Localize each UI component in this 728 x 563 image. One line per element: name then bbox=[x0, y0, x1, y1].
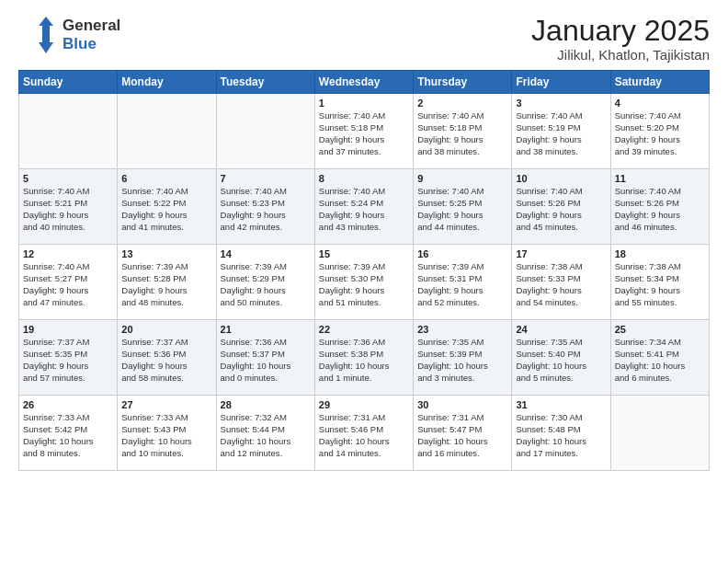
day-number: 23 bbox=[417, 324, 507, 335]
table-row: 6Sunrise: 7:40 AM Sunset: 5:22 PM Daylig… bbox=[118, 169, 216, 245]
day-number: 13 bbox=[121, 248, 211, 259]
table-row: 27Sunrise: 7:33 AM Sunset: 5:43 PM Dayli… bbox=[118, 396, 216, 471]
day-info: Sunrise: 7:36 AM Sunset: 5:38 PM Dayligh… bbox=[319, 337, 409, 384]
day-info: Sunrise: 7:33 AM Sunset: 5:43 PM Dayligh… bbox=[121, 412, 211, 459]
title-block: January 2025 Jilikul, Khatlon, Tajikista… bbox=[531, 15, 710, 63]
day-info: Sunrise: 7:40 AM Sunset: 5:23 PM Dayligh… bbox=[221, 186, 311, 233]
table-row: 12Sunrise: 7:40 AM Sunset: 5:27 PM Dayli… bbox=[19, 245, 118, 320]
day-info: Sunrise: 7:40 AM Sunset: 5:26 PM Dayligh… bbox=[516, 186, 606, 233]
table-row: 31Sunrise: 7:30 AM Sunset: 5:48 PM Dayli… bbox=[512, 396, 610, 471]
calendar-week-3: 12Sunrise: 7:40 AM Sunset: 5:27 PM Dayli… bbox=[19, 245, 710, 320]
day-number: 11 bbox=[615, 173, 705, 184]
day-number: 2 bbox=[417, 98, 507, 109]
day-number: 30 bbox=[417, 399, 507, 410]
day-number: 27 bbox=[121, 399, 211, 410]
calendar-header-row: Sunday Monday Tuesday Wednesday Thursday… bbox=[19, 71, 710, 94]
day-info: Sunrise: 7:37 AM Sunset: 5:36 PM Dayligh… bbox=[121, 337, 211, 384]
day-number: 24 bbox=[516, 324, 606, 335]
day-info: Sunrise: 7:34 AM Sunset: 5:41 PM Dayligh… bbox=[615, 337, 705, 384]
calendar: Sunday Monday Tuesday Wednesday Thursday… bbox=[18, 70, 710, 471]
table-row: 23Sunrise: 7:35 AM Sunset: 5:39 PM Dayli… bbox=[414, 320, 512, 396]
day-info: Sunrise: 7:30 AM Sunset: 5:48 PM Dayligh… bbox=[516, 412, 606, 459]
day-number: 22 bbox=[319, 324, 409, 335]
calendar-week-4: 19Sunrise: 7:37 AM Sunset: 5:35 PM Dayli… bbox=[19, 320, 710, 396]
day-info: Sunrise: 7:39 AM Sunset: 5:28 PM Dayligh… bbox=[121, 261, 211, 308]
day-number: 8 bbox=[319, 173, 409, 184]
day-info: Sunrise: 7:33 AM Sunset: 5:42 PM Dayligh… bbox=[23, 412, 113, 459]
col-wednesday: Wednesday bbox=[314, 71, 413, 94]
col-saturday: Saturday bbox=[610, 71, 709, 94]
day-info: Sunrise: 7:31 AM Sunset: 5:46 PM Dayligh… bbox=[319, 412, 409, 459]
table-row bbox=[216, 94, 314, 169]
table-row: 10Sunrise: 7:40 AM Sunset: 5:26 PM Dayli… bbox=[512, 169, 610, 245]
day-info: Sunrise: 7:40 AM Sunset: 5:24 PM Dayligh… bbox=[319, 186, 409, 233]
day-info: Sunrise: 7:40 AM Sunset: 5:21 PM Dayligh… bbox=[23, 186, 113, 233]
table-row: 20Sunrise: 7:37 AM Sunset: 5:36 PM Dayli… bbox=[118, 320, 216, 396]
day-info: Sunrise: 7:40 AM Sunset: 5:27 PM Dayligh… bbox=[23, 261, 113, 308]
table-row: 26Sunrise: 7:33 AM Sunset: 5:42 PM Dayli… bbox=[19, 396, 118, 471]
table-row: 28Sunrise: 7:32 AM Sunset: 5:44 PM Dayli… bbox=[216, 396, 314, 471]
day-number: 6 bbox=[121, 173, 211, 184]
table-row: 4Sunrise: 7:40 AM Sunset: 5:20 PM Daylig… bbox=[610, 94, 709, 169]
day-info: Sunrise: 7:32 AM Sunset: 5:44 PM Dayligh… bbox=[221, 412, 311, 459]
day-number: 21 bbox=[221, 324, 311, 335]
col-sunday: Sunday bbox=[19, 71, 118, 94]
main-title: January 2025 bbox=[531, 15, 710, 47]
table-row: 14Sunrise: 7:39 AM Sunset: 5:29 PM Dayli… bbox=[216, 245, 314, 320]
day-number: 15 bbox=[319, 248, 409, 259]
day-number: 19 bbox=[23, 324, 113, 335]
col-thursday: Thursday bbox=[414, 71, 512, 94]
table-row: 19Sunrise: 7:37 AM Sunset: 5:35 PM Dayli… bbox=[19, 320, 118, 396]
day-info: Sunrise: 7:35 AM Sunset: 5:40 PM Dayligh… bbox=[516, 337, 606, 384]
day-number: 7 bbox=[221, 173, 311, 184]
table-row: 16Sunrise: 7:39 AM Sunset: 5:31 PM Dayli… bbox=[414, 245, 512, 320]
day-info: Sunrise: 7:31 AM Sunset: 5:47 PM Dayligh… bbox=[417, 412, 507, 459]
day-number: 3 bbox=[516, 98, 606, 109]
table-row: 18Sunrise: 7:38 AM Sunset: 5:34 PM Dayli… bbox=[610, 245, 709, 320]
day-info: Sunrise: 7:40 AM Sunset: 5:18 PM Dayligh… bbox=[319, 110, 409, 157]
day-number: 26 bbox=[23, 399, 113, 410]
table-row bbox=[19, 94, 118, 169]
table-row: 11Sunrise: 7:40 AM Sunset: 5:26 PM Dayli… bbox=[610, 169, 709, 245]
header: General Blue January 2025 Jilikul, Khatl… bbox=[18, 15, 710, 63]
table-row: 9Sunrise: 7:40 AM Sunset: 5:25 PM Daylig… bbox=[414, 169, 512, 245]
col-tuesday: Tuesday bbox=[216, 71, 314, 94]
table-row: 22Sunrise: 7:36 AM Sunset: 5:38 PM Dayli… bbox=[314, 320, 413, 396]
logo-blue: Blue bbox=[63, 35, 120, 53]
day-info: Sunrise: 7:38 AM Sunset: 5:33 PM Dayligh… bbox=[516, 261, 606, 308]
day-info: Sunrise: 7:40 AM Sunset: 5:20 PM Dayligh… bbox=[615, 110, 705, 157]
day-number: 16 bbox=[417, 248, 507, 259]
day-info: Sunrise: 7:40 AM Sunset: 5:22 PM Dayligh… bbox=[121, 186, 211, 233]
table-row: 15Sunrise: 7:39 AM Sunset: 5:30 PM Dayli… bbox=[314, 245, 413, 320]
table-row: 24Sunrise: 7:35 AM Sunset: 5:40 PM Dayli… bbox=[512, 320, 610, 396]
logo-icon bbox=[18, 15, 59, 55]
table-row bbox=[610, 396, 709, 471]
table-row: 29Sunrise: 7:31 AM Sunset: 5:46 PM Dayli… bbox=[314, 396, 413, 471]
day-info: Sunrise: 7:37 AM Sunset: 5:35 PM Dayligh… bbox=[23, 337, 113, 384]
day-info: Sunrise: 7:40 AM Sunset: 5:26 PM Dayligh… bbox=[615, 186, 705, 233]
calendar-week-2: 5Sunrise: 7:40 AM Sunset: 5:21 PM Daylig… bbox=[19, 169, 710, 245]
day-info: Sunrise: 7:40 AM Sunset: 5:18 PM Dayligh… bbox=[417, 110, 507, 157]
page: General Blue January 2025 Jilikul, Khatl… bbox=[0, 0, 728, 563]
svg-marker-0 bbox=[39, 17, 53, 53]
day-info: Sunrise: 7:38 AM Sunset: 5:34 PM Dayligh… bbox=[615, 261, 705, 308]
day-number: 4 bbox=[615, 98, 705, 109]
table-row bbox=[118, 94, 216, 169]
day-number: 1 bbox=[319, 98, 409, 109]
table-row: 30Sunrise: 7:31 AM Sunset: 5:47 PM Dayli… bbox=[414, 396, 512, 471]
col-monday: Monday bbox=[118, 71, 216, 94]
day-number: 5 bbox=[23, 173, 113, 184]
day-number: 20 bbox=[121, 324, 211, 335]
day-info: Sunrise: 7:40 AM Sunset: 5:25 PM Dayligh… bbox=[417, 186, 507, 233]
day-info: Sunrise: 7:39 AM Sunset: 5:31 PM Dayligh… bbox=[417, 261, 507, 308]
table-row: 1Sunrise: 7:40 AM Sunset: 5:18 PM Daylig… bbox=[314, 94, 413, 169]
col-friday: Friday bbox=[512, 71, 610, 94]
day-number: 12 bbox=[23, 248, 113, 259]
day-number: 17 bbox=[516, 248, 606, 259]
table-row: 2Sunrise: 7:40 AM Sunset: 5:18 PM Daylig… bbox=[414, 94, 512, 169]
table-row: 3Sunrise: 7:40 AM Sunset: 5:19 PM Daylig… bbox=[512, 94, 610, 169]
logo: General Blue bbox=[18, 15, 120, 55]
day-number: 9 bbox=[417, 173, 507, 184]
table-row: 7Sunrise: 7:40 AM Sunset: 5:23 PM Daylig… bbox=[216, 169, 314, 245]
day-info: Sunrise: 7:39 AM Sunset: 5:30 PM Dayligh… bbox=[319, 261, 409, 308]
